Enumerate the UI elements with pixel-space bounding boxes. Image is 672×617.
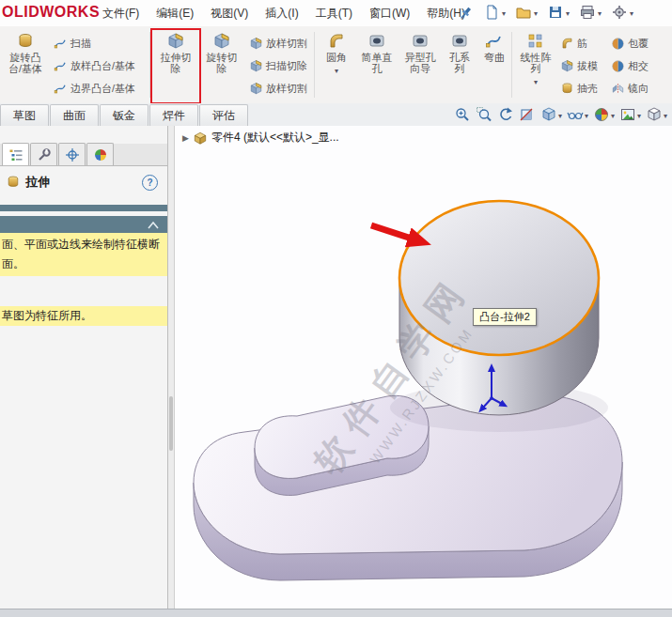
boundary-boss-label: 边界凸台/基体 [70,82,135,96]
graphics-area[interactable]: ▶ 零件4 (默认<<默认>_显... [175,126,672,609]
tab-displaymanager[interactable] [86,143,114,165]
display-style-icon [540,106,557,123]
features-ribbon: 旋转凸台/基体 扫描 放样凸台/基体 边界凸台/基体 拉伸切除 旋转切除 放样切… [0,26,672,104]
draft-icon [560,59,574,73]
dropdown-caret-icon [558,108,562,121]
tab-sketch[interactable]: 草图 [0,104,49,126]
menu-tools[interactable]: 工具(T) [307,0,361,26]
fillet-icon [327,32,346,51]
rib-button[interactable]: 筋 [557,32,590,54]
tab-featuremanager[interactable] [2,143,29,165]
print-button[interactable] [579,4,602,21]
gear-icon [611,4,628,21]
revolve-boss-label: 旋转凸台/基体 [2,52,49,74]
simple-hole-button[interactable]: 简单直孔 [356,29,398,101]
help-icon[interactable]: ? [142,175,158,191]
linear-pattern-button[interactable]: 线性阵列 [514,29,557,101]
lofted-cut-button[interactable]: 放样切割 [246,32,310,54]
menu-view[interactable]: 视图(V) [202,0,257,26]
swept-cut-label: 扫描切除 [266,59,307,73]
wrap-button[interactable]: 包覆 [608,32,651,54]
hole-series-button[interactable]: 孔系列 [442,29,477,101]
options-button[interactable] [611,4,633,21]
save-button[interactable] [547,4,570,21]
flyout-feature-tree: ▶ 零件4 (默认<<默认>_显... [182,130,339,146]
sweep-button[interactable]: 扫描 [51,32,94,54]
eyeglasses-icon [567,106,584,123]
linear-pattern-icon [526,32,545,51]
loft-boss-button[interactable]: 放样凸台/基体 [51,54,138,77]
tree-expander-icon[interactable]: ▶ [182,133,189,143]
apply-scene-button[interactable] [618,105,642,124]
extruded-cut-label: 拉伸切除 [154,52,197,74]
tab-configurationmanager[interactable] [58,143,86,165]
open-button[interactable] [515,4,538,21]
shell-icon [560,82,574,96]
mirror-button[interactable]: 镜向 [608,77,651,100]
lofted-cut-2-button[interactable]: 放样切割 [246,77,310,100]
revolve-boss-icon [16,32,35,51]
dropdown-caret-icon [335,63,338,76]
section-view-button[interactable] [518,105,537,124]
zoom-fit-icon [454,106,471,123]
fillet-label: 圆角 [319,52,354,63]
intersect-button[interactable]: 相交 [608,54,651,77]
revolved-cut-button[interactable]: 旋转切除 [199,29,244,101]
view-cube-icon [646,106,663,123]
display-style-button[interactable] [539,105,563,124]
intersect-icon [611,59,625,73]
pushpin-icon[interactable] [457,5,474,22]
solidworks-window: OLIDWORKS 文件(F) 编辑(E) 视图(V) 插入(I) 工具(T) … [0,0,672,617]
zoom-area-icon [476,106,492,123]
revolve-boss-button[interactable]: 旋转凸台/基体 [1,29,50,101]
menu-window[interactable]: 窗口(W) [361,0,418,26]
zoom-fit-button[interactable] [453,105,472,124]
tab-evaluate[interactable]: 评估 [199,104,248,126]
splitter-grip[interactable] [169,396,173,451]
menu-edit[interactable]: 编辑(E) [148,0,202,26]
mirror-icon [611,82,625,96]
hide-show-items-button[interactable] [566,105,589,124]
tree-root-label[interactable]: 零件4 (默认<<默认>_显... [211,130,339,146]
ribbon-tabs: 草图 曲面 钣金 焊件 评估 [0,104,249,126]
save-icon [547,4,564,21]
lofted-cut-label: 放样切割 [266,37,307,51]
tab-sheet-metal[interactable]: 钣金 [100,104,148,126]
panel-splitter[interactable] [167,126,175,609]
sweep-icon [54,37,68,51]
swept-cut-icon [249,59,263,73]
boundary-boss-button[interactable]: 边界凸台/基体 [51,77,138,100]
zoom-area-button[interactable] [475,105,493,124]
pm-title: 拉伸 [25,174,50,191]
extruded-cut-button[interactable]: 拉伸切除 [153,29,198,101]
tab-surfaces[interactable]: 曲面 [50,104,99,126]
loft-boss-label: 放样凸台/基体 [70,59,135,73]
view-orientation-button[interactable] [645,105,668,124]
swept-cut-button[interactable]: 扫描切除 [246,54,310,77]
pm-divider-bar [0,205,167,211]
edit-appearance-button[interactable] [592,105,616,124]
scene-icon [619,106,636,123]
pm-message-text-2: 草图为特征所用。 [0,306,167,326]
command-tab-bar: 草图 曲面 钣金 焊件 评估 [0,103,672,127]
tab-propertymanager[interactable] [30,143,57,165]
shell-button[interactable]: 抽壳 [557,77,601,100]
hole-wizard-icon [411,32,430,51]
new-document-icon [483,4,500,21]
mirror-label: 镜向 [628,82,649,96]
previous-view-button[interactable] [496,105,515,124]
dropdown-caret-icon [566,6,570,19]
fillet-button[interactable]: 圆角 [318,29,355,101]
flex-button[interactable]: 弯曲 [477,29,511,101]
crosshair-icon [65,147,80,162]
menu-insert[interactable]: 插入(I) [257,0,306,26]
draft-button[interactable]: 拔模 [557,54,601,77]
cylinder-top-face[interactable] [399,201,599,355]
menu-file[interactable]: 文件(F) [94,0,148,26]
tab-weldments[interactable]: 焊件 [149,104,198,126]
hole-wizard-button[interactable]: 异型孔向导 [399,29,442,101]
dropdown-caret-icon [637,108,641,121]
new-document-button[interactable] [483,4,506,21]
rib-icon [560,37,574,51]
message-group-header[interactable] [0,216,167,235]
